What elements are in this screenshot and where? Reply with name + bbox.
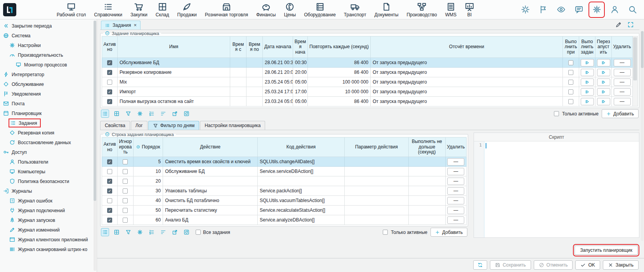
exec_task-button[interactable] [581, 69, 594, 76]
refreshbox-button[interactable] [182, 228, 191, 236]
all-tasks-checkbox[interactable] [196, 230, 201, 235]
column-header-exec_on[interactable]: Выполнить при [563, 37, 579, 58]
settings-button[interactable] [590, 3, 604, 17]
cell-action_code[interactable] [257, 176, 344, 186]
export-button[interactable] [171, 110, 179, 118]
cell-countdown[interactable]: От запуска предыдущего [371, 97, 563, 106]
exec_task-button[interactable] [581, 98, 594, 105]
module-catalogs[interactable]: Справочники [94, 2, 122, 17]
ignore-checkbox[interactable] [123, 188, 128, 194]
cell-action_code[interactable]: Service.packAction[] [257, 186, 344, 196]
delete-button[interactable]: — [614, 69, 631, 76]
cell-countdown[interactable]: От запуска предыдущего [371, 58, 563, 68]
tab-log[interactable]: Лог [131, 121, 148, 130]
refreshbox-button[interactable] [182, 110, 191, 118]
module-purchases[interactable]: Закупки [130, 2, 148, 17]
tab-day-filter[interactable]: Фильтр по дням [148, 121, 200, 130]
ignore-checkbox[interactable] [123, 198, 128, 203]
column-header-delete[interactable]: Удалить [445, 138, 466, 157]
view-button[interactable] [554, 3, 568, 17]
exec_on-checkbox[interactable] [568, 89, 573, 94]
cell-name[interactable]: Резервное копирование [118, 68, 230, 77]
sidebar-item-security-policy[interactable]: Политика безопасности [0, 176, 97, 186]
save-button[interactable]: Сохранить [490, 260, 531, 270]
sidebar-item-tasks[interactable]: Задания [0, 118, 97, 128]
column-header-action_param[interactable]: Параметр действия [344, 138, 408, 157]
filter-button[interactable] [124, 228, 132, 236]
profile-button[interactable] [608, 3, 621, 17]
cell-action[interactable] [163, 176, 258, 186]
tab-close-icon[interactable]: × [134, 23, 137, 27]
only-active-checkbox[interactable] [383, 230, 388, 235]
sidebar-item-change-log[interactable]: Журнал изменений [0, 225, 97, 235]
cell-start_date[interactable]: 23.03.24 05:00 [263, 97, 293, 106]
restart-button[interactable] [597, 78, 610, 86]
sidebar-scrollbar[interactable] [94, 21, 96, 271]
restart-button[interactable] [597, 59, 610, 66]
sidebar-item-maintenance[interactable]: Обслуживание [0, 79, 97, 89]
cell-start_time[interactable]: 17:00 [293, 87, 308, 97]
sidebar-item-error-log[interactable]: Журнал ошибок [0, 196, 97, 206]
active-checkbox[interactable]: ✓ [107, 99, 112, 104]
sidebar-item-data-restore[interactable]: Восстановление данных [0, 138, 97, 147]
cell-start_date[interactable]: 23.05.24 05:00 [263, 77, 293, 87]
sidebar-item-barcode-scan-log[interactable]: Журнал сканирований штрих-ко [0, 244, 97, 254]
sidebar-item-scheduler[interactable]: Планировщик [0, 108, 97, 118]
active-checkbox[interactable] [107, 198, 112, 203]
module-bi[interactable]: BI [465, 2, 474, 17]
table-row[interactable]: 40Очистить БД потабличноSQLUtils.vacuumT… [102, 196, 467, 206]
table-row[interactable]: ✓20— [102, 176, 467, 186]
cell-countdown[interactable]: От запуска предыдущего [371, 87, 563, 97]
table-row[interactable]: ✓60Анализ БДService.analyzeDBAction[]— [102, 215, 467, 225]
window-scrollbar[interactable] [641, 31, 644, 241]
gear-button[interactable] [136, 110, 144, 118]
cell-time_to[interactable] [246, 58, 263, 68]
active-checkbox[interactable] [107, 169, 112, 174]
exec_task-button[interactable] [581, 59, 594, 66]
column-header-name[interactable]: Имя [118, 37, 230, 58]
module-wms[interactable]: WMS [445, 2, 457, 17]
refresh-button[interactable] [473, 260, 487, 270]
only-active-checkbox[interactable] [554, 111, 559, 116]
cell-action_code[interactable]: SQLUtils.vacuumTablesAction[] [257, 196, 344, 206]
cancel-button[interactable]: Отменить [534, 260, 573, 270]
feedback-button[interactable] [572, 3, 586, 17]
flag-button[interactable] [536, 3, 550, 17]
cell-max_time[interactable] [408, 167, 445, 176]
exec_on-checkbox[interactable] [568, 80, 573, 85]
module-prices[interactable]: Цены [284, 2, 296, 17]
cell-repeat[interactable]: 100 000 000 [308, 77, 371, 87]
ignore-checkbox[interactable] [123, 208, 128, 213]
theme-button[interactable] [518, 3, 532, 17]
module-warehouse[interactable]: Склад [156, 2, 169, 17]
sidebar-item-system[interactable]: Система [0, 31, 97, 40]
cell-name[interactable]: Импорт [118, 87, 230, 97]
cell-name[interactable]: Mix [118, 77, 230, 87]
ignore-checkbox[interactable] [123, 169, 128, 174]
column-header-delete[interactable]: Удалить [612, 37, 633, 58]
active-checkbox[interactable]: ✓ [107, 89, 112, 94]
cell-start_time[interactable]: 05:00 [293, 97, 308, 106]
column-header-time_from[interactable]: Время с [230, 37, 246, 58]
table-row[interactable]: 10Обслуживание БДService.serviceDBAction… [102, 167, 467, 176]
column-header-order[interactable]: Порядок [133, 138, 163, 157]
table-row[interactable]: ✓30Упаковать таблицыService.packAction[]… [102, 186, 467, 196]
cell-action_param[interactable] [344, 196, 408, 206]
script-editor[interactable]: 1 [474, 141, 639, 237]
sidebar-item-backup[interactable]: Резервная копия [0, 128, 97, 138]
table-scrollbar[interactable] [633, 36, 638, 106]
exec_on-checkbox[interactable] [568, 60, 573, 65]
delete-button[interactable]: — [447, 168, 464, 175]
cell-time_to[interactable] [246, 87, 263, 97]
cell-order[interactable]: 10 [133, 167, 163, 176]
restart-button[interactable] [597, 69, 610, 76]
cell-action_param[interactable] [344, 157, 408, 167]
cell-repeat[interactable]: 86 400 [308, 68, 371, 77]
ignore-checkbox[interactable] [123, 159, 128, 164]
exec_on-checkbox[interactable] [568, 70, 573, 75]
cell-action_param[interactable] [344, 176, 408, 186]
cell-name[interactable]: Полная выгрузка остатков на сайт [118, 97, 230, 106]
collapse-group-icon[interactable] [105, 132, 110, 137]
delete-button[interactable]: — [447, 187, 464, 195]
sidebar-item-process-monitor[interactable]: Монитор процессов [0, 60, 97, 70]
